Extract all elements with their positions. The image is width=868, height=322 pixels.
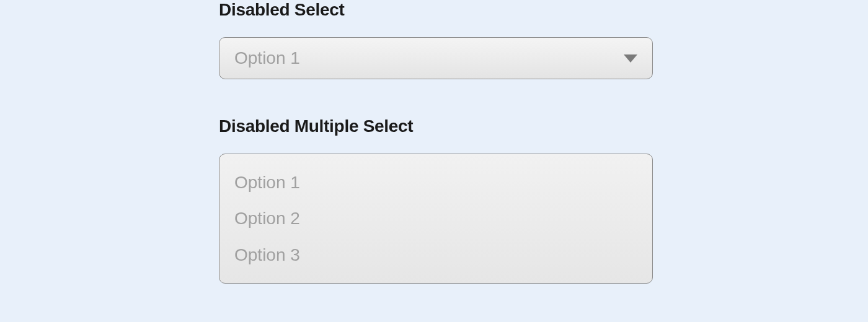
multi-option: Option 3 (234, 243, 637, 267)
multi-option: Option 2 (234, 206, 637, 230)
disabled-select-group: Disabled Select Option 1 (219, 0, 653, 79)
disabled-select: Option 1 (219, 37, 653, 79)
disabled-multi-select: Option 1 Option 2 Option 3 (219, 154, 653, 284)
disabled-select-label: Disabled Select (219, 0, 653, 20)
multi-option: Option 1 (234, 170, 637, 194)
disabled-select-value: Option 1 (234, 48, 300, 68)
disabled-multi-select-group: Disabled Multiple Select Option 1 Option… (219, 116, 653, 284)
chevron-down-icon (624, 54, 637, 63)
disabled-multi-select-label: Disabled Multiple Select (219, 116, 653, 136)
